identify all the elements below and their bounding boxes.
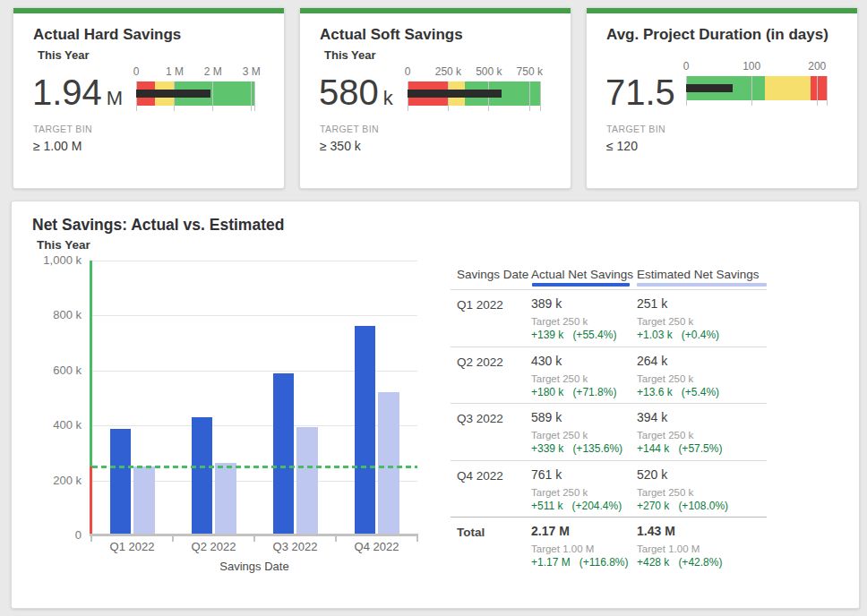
actual-delta-percent: (+204.4%) (571, 500, 622, 512)
kpi-subtitle: This Year (38, 48, 90, 62)
estimated-delta-value: +144 k (637, 442, 669, 455)
bullet-tick-label: 3 M (243, 65, 261, 78)
actual-delta: +339 k(+135.6%) (531, 442, 622, 455)
row-category-label: Q2 2022 (457, 355, 503, 369)
bar-estimated-q1-2022[interactable] (133, 466, 155, 535)
kpi-value-number: 580 (319, 73, 379, 112)
bullet-tick-labels: 01 M2 M3 M (136, 65, 255, 79)
bullet-band (408, 81, 541, 106)
table-row[interactable]: Q3 2022589 kTarget 250 k+339 k(+135.6%)3… (451, 403, 767, 460)
bullet-tick-label: 500 k (476, 65, 502, 78)
row-category-label: Q3 2022 (457, 412, 503, 425)
bar-estimated-q3-2022[interactable] (296, 427, 318, 535)
estimated-value: 520 k (637, 467, 667, 482)
estimated-value: 394 k (637, 410, 667, 424)
bullet-tick-label: 0 (133, 65, 140, 78)
x-axis-category-label: Q4 2022 (336, 540, 417, 553)
bullet-band (136, 81, 255, 106)
actual-delta-value: +180 k (531, 386, 563, 398)
table-row[interactable]: Q1 2022389 kTarget 250 k+139 k(+55.4%)25… (451, 289, 767, 346)
actual-target: Target 250 k (531, 430, 588, 441)
x-axis-tick (172, 534, 174, 542)
bullet-measure-bar (408, 90, 502, 98)
actual-delta-percent: (+71.8%) (572, 386, 616, 398)
target-bin-label: TARGET BIN (33, 124, 92, 134)
actual-delta: +139 k(+55.4%) (531, 329, 616, 341)
estimated-target: Target 250 k (637, 430, 693, 441)
estimated-delta: +1.03 k(+0.4%) (637, 329, 719, 341)
bar-estimated-q2-2022[interactable] (215, 463, 236, 535)
y-axis-tick-label: 0 (19, 528, 82, 543)
actual-delta: +511 k(+204.4%) (531, 500, 622, 512)
card-accent-strip (587, 8, 857, 13)
bullet-chart: 01 M2 M3 M (136, 65, 255, 106)
actual-delta-percent: (+135.6%) (572, 442, 622, 455)
table-header-estimated-net-savings[interactable]: Estimated Net Savings (637, 268, 760, 281)
row-category-label: Total (457, 526, 485, 539)
card-accent-strip (300, 8, 571, 13)
actual-value: 389 k (531, 296, 562, 311)
kpi-card-avg-project-duration: Avg. Project Duration (in days) 71.5 010… (586, 7, 858, 189)
table-row[interactable]: Q4 2022761 kTarget 250 k+511 k(+204.4%)5… (451, 460, 767, 518)
estimated-target: Target 250 k (637, 487, 693, 498)
estimated-delta: +428 k(+42.8%) (637, 556, 722, 569)
estimated-delta-value: +13.6 k (637, 386, 673, 398)
bullet-band-segment (811, 76, 828, 100)
kpi-value-number: 1.94 (32, 73, 102, 112)
y-axis-tick-label: 200 k (19, 474, 82, 488)
table-row-total[interactable]: Total2.17 MTarget 1.00 M+1.17 M(+116.8%)… (451, 517, 767, 574)
x-axis-tick (416, 534, 418, 542)
y-axis-line-below-target (90, 466, 92, 535)
bullet-tick-label: 750 k (517, 65, 543, 78)
kpi-value: 71.5 (605, 73, 680, 112)
table-header-actual-net-savings[interactable]: Actual Net Savings (531, 268, 633, 281)
bar-actual-q4-2022[interactable] (355, 326, 375, 535)
x-axis-tick (90, 534, 92, 542)
bar-estimated-q4-2022[interactable] (378, 392, 399, 535)
table-header-savings-date[interactable]: Savings Date (457, 268, 528, 281)
actual-delta-value: +139 k (531, 329, 563, 341)
kpi-title: Actual Hard Savings (33, 26, 181, 44)
bullet-chart: 0250 k500 k750 k (408, 65, 541, 106)
x-axis-category-label: Q1 2022 (91, 540, 173, 553)
target-bin-label: TARGET BIN (606, 124, 665, 134)
estimated-value: 264 k (637, 354, 667, 368)
estimated-delta: +270 k(+108.0%) (637, 500, 728, 512)
actual-delta-percent: (+116.8%) (579, 556, 629, 569)
x-axis-tick (335, 534, 337, 542)
bullet-tick-line (212, 81, 213, 111)
bullet-tick-labels: 0100200 (686, 60, 828, 73)
x-axis-category-label: Q3 2022 (254, 540, 336, 553)
estimated-delta-percent: (+42.8%) (678, 556, 722, 569)
bar-actual-q3-2022[interactable] (273, 373, 294, 535)
bullet-measure-bar (136, 90, 210, 98)
estimated-target: Target 1.00 M (637, 543, 700, 554)
actual-value: 2.17 M (531, 524, 570, 538)
table-row[interactable]: Q2 2022430 kTarget 250 k+180 k(+71.8%)26… (451, 346, 767, 404)
estimated-delta-value: +428 k (637, 556, 669, 569)
series-color-bar-actual (532, 283, 630, 287)
bullet-tick-label: 250 k (435, 65, 461, 78)
estimated-target: Target 250 k (637, 373, 693, 384)
kpi-card-actual-hard-savings: Actual Hard Savings This Year 1.94M 01 M… (13, 7, 285, 189)
bullet-tick-label: 0 (683, 60, 690, 73)
savings-detail-table: Savings DateActual Net SavingsEstimated … (451, 264, 767, 586)
x-axis-tick (253, 534, 255, 542)
y-axis-line-above-target (90, 261, 92, 466)
bullet-tick-label: 200 (808, 60, 826, 73)
actual-value: 589 k (531, 410, 562, 424)
bullet-measure-bar (686, 84, 733, 92)
bar-actual-q2-2022[interactable] (192, 417, 212, 535)
actual-delta-value: +511 k (531, 500, 562, 512)
kpi-value: 1.94M (32, 73, 123, 112)
actual-target: Target 1.00 M (531, 543, 594, 554)
estimated-value: 1.43 M (637, 524, 675, 538)
bullet-band-segment (765, 76, 811, 100)
y-axis-tick-label: 600 k (19, 364, 82, 378)
bullet-band (686, 76, 828, 100)
estimated-delta-value: +1.03 k (637, 329, 673, 341)
kpi-value: 580k (319, 73, 393, 112)
bullet-tick-label: 1 M (166, 65, 184, 78)
bar-actual-q1-2022[interactable] (110, 429, 131, 535)
actual-delta: +180 k(+71.8%) (531, 386, 616, 398)
